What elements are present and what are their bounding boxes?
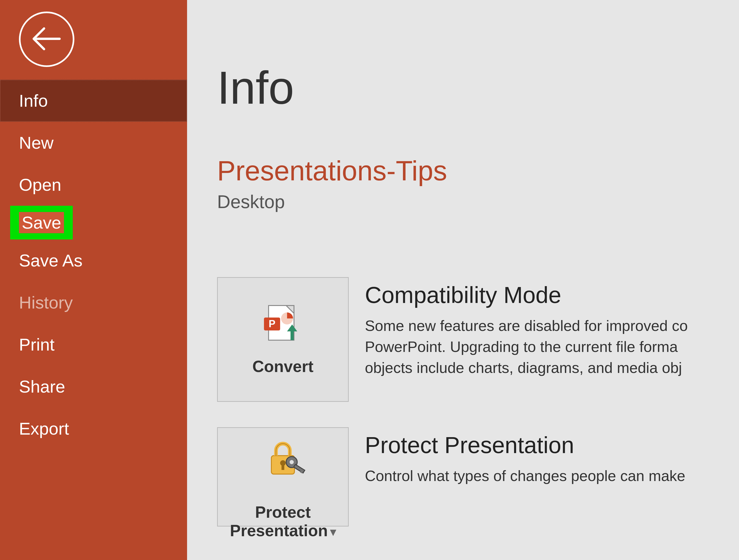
menu-item-export[interactable]: Export [0, 408, 187, 450]
menu-item-share[interactable]: Share [0, 366, 187, 408]
menu-item-save-as[interactable]: Save As [0, 240, 187, 281]
convert-file-icon: P [260, 303, 306, 346]
backstage-view: Info New Open Save Save As History Print… [0, 0, 739, 560]
compatibility-heading: Compatibility Mode [365, 282, 739, 308]
back-button[interactable] [19, 12, 75, 67]
compatibility-desc-1: Some new features are disabled for impro… [365, 315, 739, 336]
menu-item-info[interactable]: Info [0, 80, 187, 122]
info-panel: Info Presentations-Tips Desktop P [187, 0, 739, 560]
menu-item-save[interactable]: Save [0, 206, 187, 240]
protect-heading: Protect Presentation [365, 432, 739, 458]
svg-point-11 [290, 460, 294, 464]
menu-item-print[interactable]: Print [0, 323, 187, 366]
document-title: Presentations-Tips [217, 155, 739, 186]
svg-rect-12 [294, 464, 305, 473]
convert-button[interactable]: P Convert [217, 277, 349, 402]
lock-key-icon [260, 437, 306, 477]
compatibility-text: Compatibility Mode Some new features are… [365, 277, 739, 378]
menu-item-save-label: Save [19, 212, 64, 233]
menu-item-history: History [0, 281, 187, 323]
compatibility-desc-2: PowerPoint. Upgrading to the current fil… [365, 336, 739, 357]
backstage-sidebar: Info New Open Save Save As History Print… [0, 0, 187, 560]
backstage-menu: Info New Open Save Save As History Print… [0, 80, 187, 450]
back-arrow-icon [30, 23, 63, 56]
compatibility-desc-3: objects include charts, diagrams, and me… [365, 357, 739, 378]
protect-text: Protect Presentation Control what types … [365, 427, 739, 486]
page-title: Info [217, 65, 739, 111]
protect-presentation-button[interactable]: Protect Presentation▾ [217, 427, 349, 527]
protect-button-label: Protect Presentation▾ [230, 484, 336, 540]
section-protect: Protect Presentation▾ Protect Presentati… [217, 427, 739, 527]
save-highlight-box: Save [10, 206, 73, 240]
svg-text:P: P [269, 318, 275, 329]
svg-rect-9 [282, 464, 284, 470]
protect-desc-1: Control what types of changes people can… [365, 465, 739, 486]
menu-item-open[interactable]: Open [0, 164, 187, 206]
convert-button-label: Convert [253, 357, 313, 376]
document-location: Desktop [217, 191, 739, 213]
chevron-down-icon: ▾ [330, 525, 336, 538]
menu-item-new[interactable]: New [0, 122, 187, 164]
section-compatibility: P Convert Compatibility Mode Some new fe… [217, 277, 739, 402]
